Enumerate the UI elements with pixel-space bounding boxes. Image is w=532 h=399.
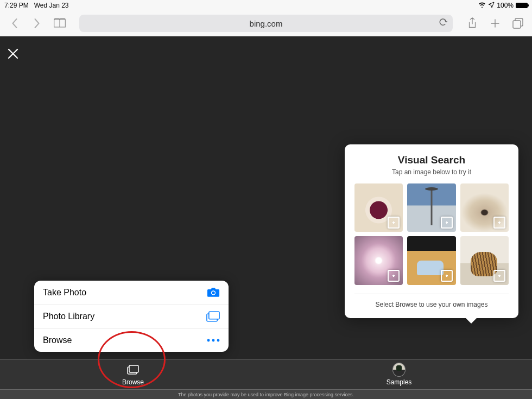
samples-tab-icon: [392, 363, 406, 376]
svg-rect-5: [209, 312, 219, 319]
svg-point-3: [212, 292, 215, 295]
url-text: bing.com: [250, 19, 283, 28]
reload-button[interactable]: [439, 18, 447, 29]
browse-tab[interactable]: Browse: [0, 360, 266, 389]
url-bar[interactable]: bing.com: [79, 15, 453, 32]
svg-rect-10: [129, 365, 138, 372]
content-area: Visual Search Tap an image below to try …: [0, 36, 532, 399]
new-tab-button[interactable]: [487, 16, 503, 31]
action-label: Browse: [43, 335, 72, 345]
samples-tab[interactable]: Samples: [266, 360, 532, 389]
status-bar: 7:29 PM Wed Jan 23 100%: [0, 0, 532, 11]
sample-image[interactable]: [407, 236, 455, 284]
forward-button[interactable]: [29, 16, 45, 31]
battery-percent: 100%: [497, 2, 514, 9]
battery-icon: [516, 3, 528, 8]
file-picker-menu: Take Photo Photo Library Browse: [34, 281, 229, 352]
tabs-button[interactable]: [510, 16, 525, 31]
sample-image[interactable]: [460, 236, 509, 284]
tab-label: Browse: [122, 378, 144, 386]
browser-toolbar: bing.com: [0, 11, 532, 36]
visual-search-footer: Select Browse to use your own images: [354, 301, 509, 308]
take-photo-item[interactable]: Take Photo: [34, 281, 229, 305]
location-icon: [488, 2, 495, 10]
action-label: Take Photo: [43, 288, 86, 297]
action-label: Photo Library: [43, 312, 94, 321]
ellipsis-icon: [207, 338, 220, 343]
tab-label: Samples: [387, 378, 412, 386]
visual-search-popover: Visual Search Tap an image below to try …: [345, 144, 518, 318]
wifi-icon: [478, 2, 486, 9]
sample-image[interactable]: [354, 183, 403, 232]
browse-tab-icon: [126, 363, 140, 376]
svg-point-7: [212, 339, 215, 342]
sample-image[interactable]: [460, 183, 509, 232]
camera-icon: [207, 287, 220, 297]
close-button[interactable]: [3, 44, 22, 63]
disclaimer-text: The photos you provide may be used to im…: [0, 389, 532, 399]
back-button[interactable]: [7, 16, 22, 31]
browse-item[interactable]: Browse: [34, 329, 229, 352]
share-button[interactable]: [465, 16, 480, 31]
visual-search-subtitle: Tap an image below to try it: [354, 168, 509, 176]
svg-point-6: [207, 339, 210, 342]
sample-image[interactable]: [407, 183, 455, 232]
svg-point-8: [217, 339, 220, 342]
divider: [354, 294, 509, 294]
status-date: Wed Jan 23: [34, 2, 69, 9]
svg-rect-0: [513, 21, 521, 28]
stacked-rects-icon: [206, 311, 220, 322]
bottom-tab-bar: Browse Samples: [0, 359, 532, 389]
visual-search-title: Visual Search: [354, 154, 509, 166]
photo-library-item[interactable]: Photo Library: [34, 305, 229, 329]
sample-image[interactable]: [354, 236, 403, 284]
bookmarks-button[interactable]: [52, 16, 67, 31]
status-time: 7:29 PM: [4, 2, 29, 9]
